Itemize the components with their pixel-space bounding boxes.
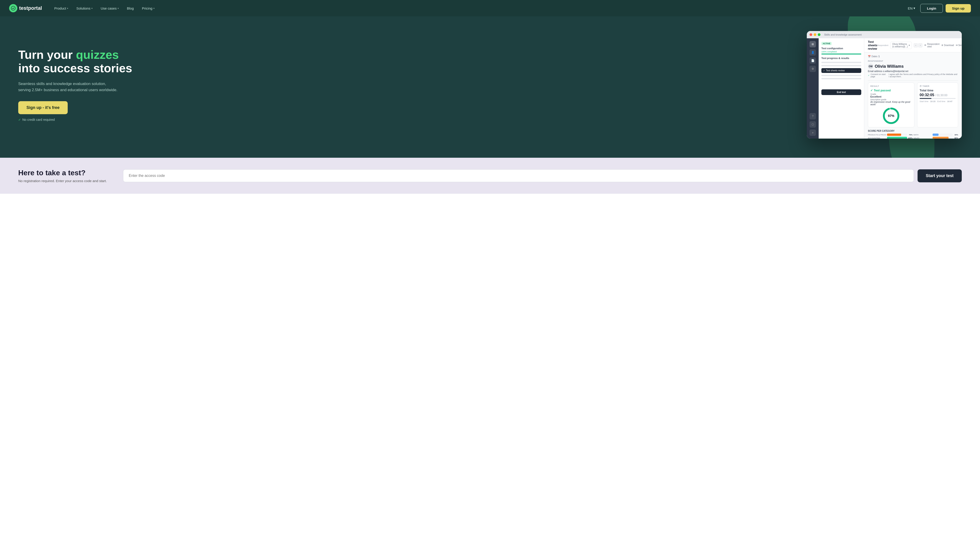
result-label: RESULT [870, 85, 912, 87]
score-row: MATH 30% [913, 134, 958, 136]
score-row: ACCOUNTING 100% [868, 137, 913, 138]
hero-title-accent: quizzes [76, 48, 119, 61]
sidebar-icon-expand[interactable]: » [810, 129, 816, 136]
download-action[interactable]: ⬇ Download [941, 44, 954, 46]
titlebar-close-dot [810, 33, 812, 36]
result-check-icon: ✓ [870, 89, 873, 92]
grade-label: Grade [870, 93, 912, 95]
respondent-label: Respondent [877, 44, 888, 46]
left-panel-item-4 [821, 77, 861, 80]
sidebar-icon-help[interactable]: ? [810, 113, 816, 119]
score-bar [887, 134, 901, 136]
prev-arrow[interactable]: ‹ [914, 43, 918, 48]
score-name: SALES [913, 137, 932, 139]
access-code-input[interactable] [123, 169, 914, 182]
desc-grade-label: Descriptive grade [870, 99, 912, 101]
titlebar-min-dot [814, 33, 816, 36]
highlighted-item[interactable]: ✓ Test sheets review [821, 68, 861, 73]
email-row: Email address o.williams@testportal.net [868, 70, 958, 73]
result-status: ✓ Test passed [870, 89, 912, 92]
nav-arrows: ‹ › [914, 43, 922, 48]
sidebar-icon-docs[interactable]: 📄 [810, 57, 816, 64]
logo-icon [9, 4, 18, 12]
left-panel-item-2 [821, 64, 861, 67]
titlebar-max-dot [818, 33, 821, 36]
no-credit-card-text: No credit card required [18, 118, 443, 121]
signup-hero-button[interactable]: Sign up - it's free [18, 101, 68, 114]
signup-nav-button[interactable]: Sign up [946, 4, 971, 13]
score-pct: 70% [908, 134, 913, 136]
score-section-label: SCORE PER CATEGORY [868, 130, 958, 132]
sidebar-icon-dashboard[interactable]: ⊞ [810, 41, 816, 48]
topbar-actions: Respondent Olivia Williams (o.williams@.… [877, 42, 962, 49]
score-pct: 30% [954, 134, 958, 136]
pricing-chevron: ▾ [153, 7, 154, 10]
bottom-subtitle: No registration required. Enter your acc… [18, 179, 110, 183]
app-titlebar: Skills and knowledge assessment [807, 31, 962, 38]
solutions-chevron: ▾ [91, 7, 92, 10]
config-progress-bar [821, 54, 861, 54]
score-pct: 100% [908, 137, 913, 139]
score-bar-wrap [887, 134, 907, 136]
product-chevron: ▾ [67, 7, 68, 10]
timer-meta: Start time 10:15 End time 10:47 [920, 100, 956, 103]
logo-text: testportal [19, 5, 42, 11]
respondent-selector[interactable]: Olivia Williams (o.williams@...) ▾ [890, 42, 912, 49]
respondent-view-action[interactable]: 👁 Respondent view [924, 43, 939, 48]
hero-title-part2: into success stories [18, 62, 132, 75]
respondent-chevron: ▾ [908, 44, 910, 46]
nav-right: EN ▾ Login Sign up [905, 4, 971, 13]
sidebar-icon-plugin[interactable]: ⬡ [810, 121, 816, 128]
hero-subtitle: Seamless skills and knowledge evaluation… [18, 81, 119, 93]
start-test-button[interactable]: Start your test [918, 169, 962, 182]
next-arrow[interactable]: › [918, 43, 922, 48]
download-icon: ⬇ [941, 44, 943, 46]
score-bar [887, 137, 907, 138]
score-bar-wrap [887, 137, 907, 138]
send-action[interactable]: ✉ Send [956, 44, 962, 46]
calendar-icon: 📅 [868, 55, 870, 58]
nav-usecases[interactable]: Use cases ▾ [97, 5, 122, 12]
config-progress: 100% completed [821, 51, 861, 53]
timer-bar-fill [920, 98, 931, 99]
consent-check-icon: ✓ [868, 74, 870, 76]
score-pct: 80% [954, 137, 958, 139]
dates-row: 📅 Dates 1 [868, 55, 958, 58]
nav-solutions[interactable]: Solutions ▾ [73, 5, 96, 12]
active-badge: ACTIVE [821, 42, 832, 45]
results-grid: RESULT ✓ Test passed Grade Excellent Des… [868, 83, 958, 127]
end-test-button[interactable]: End test [821, 89, 861, 95]
timer-bar [920, 98, 956, 99]
nav-product[interactable]: Product ▾ [51, 5, 72, 12]
main-content: 📅 Dates 1 RESPONDENT OW Olivia Williams [864, 52, 962, 138]
sidebar-icon-settings[interactable]: ⚙ [810, 66, 816, 72]
svg-point-0 [11, 6, 15, 10]
left-panel-item-1 [821, 61, 861, 64]
nav-blog[interactable]: Blog [124, 5, 137, 12]
respondent-name: OW Olivia Williams [868, 64, 958, 69]
start-time-label: Start time [920, 100, 929, 103]
sidebar-icon-users[interactable]: 👤 [810, 49, 816, 56]
bottom-title: Here to take a test? [18, 169, 110, 177]
app-sidebar: ⊞ 👤 📄 ⚙ ? ⬡ » [807, 38, 819, 138]
app-topbar: Test sheets review Respondent Olivia Wil… [864, 38, 962, 52]
logo[interactable]: testportal [9, 4, 42, 12]
respondent-view-icon: 👁 [924, 44, 926, 46]
bottom-section: Here to take a test? No registration req… [0, 158, 980, 194]
score-row: PRODUCTS & PROCEDURES 70% [868, 134, 913, 136]
svg-text:97%: 97% [888, 114, 894, 118]
language-selector[interactable]: EN ▾ [905, 5, 918, 12]
window-title: Skills and knowledge assessment [824, 33, 861, 36]
topbar-title: Test sheets review [868, 40, 877, 50]
score-section: SCORE PER CATEGORY PRODUCTS & PROCEDURES… [868, 130, 958, 138]
nav-pricing[interactable]: Pricing ▾ [139, 5, 158, 12]
progress-section-title: Test progress & results [821, 57, 861, 59]
score-bar-wrap [932, 134, 953, 136]
hero-title-part1: Turn your [18, 48, 76, 61]
left-panel-item-3 [821, 74, 861, 77]
login-button[interactable]: Login [920, 4, 943, 13]
timer-icon: ⏱ [920, 85, 922, 87]
hero-section: Turn your quizzes into success stories S… [0, 16, 980, 158]
respondent-section: RESPONDENT OW Olivia Williams Email addr… [868, 60, 958, 78]
hero-right: Skills and knowledge assessment ⊞ 👤 📄 ⚙ … [443, 31, 962, 138]
